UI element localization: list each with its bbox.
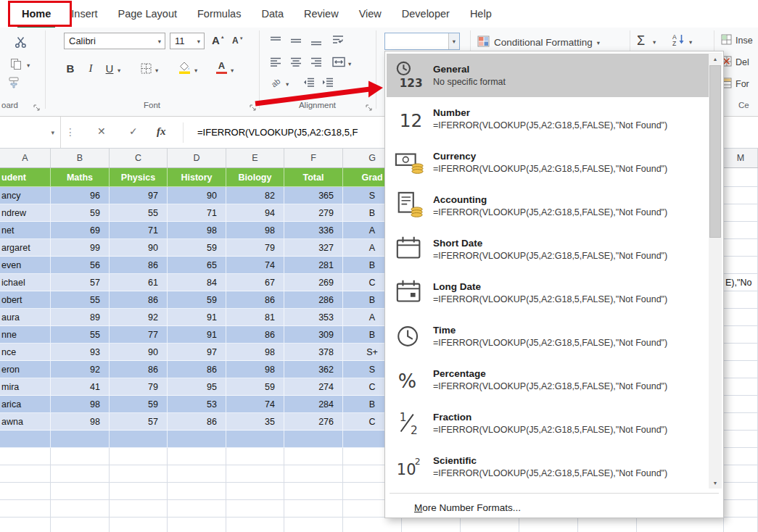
cell[interactable]: [226, 518, 284, 532]
number-format-combobox[interactable]: ▾: [384, 33, 460, 50]
copy-icon[interactable]: [10, 58, 22, 70]
increase-indent-icon[interactable]: [322, 77, 334, 88]
cell[interactable]: even: [0, 257, 51, 274]
cell[interactable]: [724, 413, 758, 431]
tab-developer[interactable]: Developer: [392, 0, 460, 28]
cell[interactable]: 92: [51, 361, 110, 378]
cell[interactable]: 99: [51, 239, 110, 257]
cell[interactable]: [724, 344, 758, 361]
cell[interactable]: [402, 518, 461, 532]
cell[interactable]: [724, 500, 758, 518]
cell[interactable]: [284, 500, 343, 518]
align-left-icon[interactable]: [270, 57, 281, 67]
cut-icon[interactable]: [15, 36, 27, 49]
cell[interactable]: 309: [284, 326, 343, 344]
sort-filter-caret-icon[interactable]: ▾: [689, 39, 692, 45]
font-size-combobox[interactable]: 11 ▾: [170, 33, 205, 49]
format-option-currency[interactable]: Currency=IFERROR(VLOOKUP(J5,A2:G18,5,FAL…: [387, 141, 709, 184]
cell[interactable]: [724, 483, 758, 500]
scroll-thumb[interactable]: [709, 65, 721, 238]
cell[interactable]: 59: [51, 204, 110, 222]
cell[interactable]: 96: [51, 187, 110, 204]
cell[interactable]: 91: [168, 326, 226, 344]
cell[interactable]: Total: [284, 168, 343, 187]
cancel-icon[interactable]: ✕: [97, 125, 106, 137]
cell[interactable]: [110, 483, 168, 500]
cell[interactable]: 93: [51, 344, 110, 361]
cell[interactable]: 79: [226, 239, 284, 257]
cell[interactable]: [51, 483, 110, 500]
cell[interactable]: [724, 448, 758, 465]
cell[interactable]: 98: [51, 413, 110, 431]
underline-button[interactable]: U: [103, 62, 116, 75]
cell[interactable]: 71: [168, 204, 226, 222]
name-box-caret-icon[interactable]: ▾: [51, 129, 54, 136]
autosum-caret-icon[interactable]: ▾: [653, 39, 656, 45]
cell[interactable]: [724, 309, 758, 326]
cell[interactable]: 57: [51, 274, 110, 291]
cell[interactable]: 74: [226, 257, 284, 274]
cell[interactable]: 41: [51, 378, 110, 396]
tab-data[interactable]: Data: [251, 0, 294, 28]
cell[interactable]: Physics: [110, 168, 168, 187]
font-color-icon[interactable]: A: [216, 62, 227, 74]
format-option-scientific[interactable]: 102Scientific=IFERROR(VLOOKUP(J5,A2:G18,…: [387, 445, 709, 489]
cell[interactable]: nce: [0, 344, 51, 361]
cell[interactable]: [168, 500, 226, 518]
cell[interactable]: 86: [226, 291, 284, 309]
cell[interactable]: 84: [168, 274, 226, 291]
cell[interactable]: 61: [110, 274, 168, 291]
formula-bar-handle[interactable]: ⋮: [65, 126, 75, 138]
format-option-percentage[interactable]: %Percentage=IFERROR(VLOOKUP(J5,A2:G18,5,…: [387, 358, 709, 402]
cell[interactable]: [110, 500, 168, 518]
scroll-up-icon[interactable]: ▲: [709, 53, 722, 65]
tab-formulas[interactable]: Formulas: [187, 0, 251, 28]
cell[interactable]: [226, 448, 284, 465]
font-name-caret-icon[interactable]: ▾: [155, 33, 165, 49]
bold-button[interactable]: B: [64, 62, 77, 75]
cell[interactable]: 74: [226, 396, 284, 413]
cell[interactable]: 279: [284, 204, 343, 222]
enter-icon[interactable]: ✓: [129, 125, 138, 137]
insert-cells-button[interactable]: Inse: [721, 34, 753, 47]
column-header-b[interactable]: B: [51, 149, 110, 167]
cell[interactable]: 98: [226, 344, 284, 361]
cell[interactable]: 97: [110, 187, 168, 204]
decrease-indent-icon[interactable]: [303, 77, 315, 88]
cell[interactable]: 281: [284, 257, 343, 274]
cell[interactable]: Maths: [51, 168, 110, 187]
cell[interactable]: 269: [284, 274, 343, 291]
sort-filter-icon[interactable]: AZ: [672, 33, 685, 46]
delete-cells-button[interactable]: Del: [721, 56, 749, 69]
cell[interactable]: aura: [0, 309, 51, 326]
cell[interactable]: 90: [110, 239, 168, 257]
orientation-icon[interactable]: ab: [270, 77, 282, 89]
number-format-caret-icon[interactable]: ▾: [448, 33, 459, 49]
cell[interactable]: [724, 431, 758, 448]
insert-function-icon[interactable]: fx: [157, 125, 166, 138]
borders-caret-icon[interactable]: ▾: [155, 67, 158, 73]
cell[interactable]: [226, 431, 284, 448]
format-option-long-date[interactable]: Long Date=IFERROR(VLOOKUP(J5,A2:G18,5,FA…: [387, 271, 709, 315]
cell[interactable]: 82: [226, 187, 284, 204]
cell[interactable]: 81: [226, 309, 284, 326]
cell[interactable]: 327: [284, 239, 343, 257]
cell[interactable]: 284: [284, 396, 343, 413]
format-option-short-date[interactable]: Short Date=IFERROR(VLOOKUP(J5,A2:G18,5,F…: [387, 228, 709, 271]
conditional-formatting-button[interactable]: Conditional Formatting ▾: [477, 36, 600, 49]
cell[interactable]: [51, 448, 110, 465]
cell[interactable]: [284, 465, 343, 483]
cell[interactable]: nne: [0, 326, 51, 344]
cell[interactable]: 286: [284, 291, 343, 309]
cell[interactable]: 97: [168, 344, 226, 361]
cell[interactable]: 55: [110, 204, 168, 222]
cell[interactable]: 57: [110, 413, 168, 431]
wrap-text-icon[interactable]: [332, 34, 344, 45]
cell[interactable]: [168, 465, 226, 483]
cell[interactable]: [0, 465, 51, 483]
cell[interactable]: 378: [284, 344, 343, 361]
column-header-e[interactable]: E: [226, 149, 284, 167]
merge-center-icon[interactable]: [332, 57, 345, 67]
column-header-m[interactable]: M: [724, 149, 758, 167]
cell[interactable]: [0, 483, 51, 500]
